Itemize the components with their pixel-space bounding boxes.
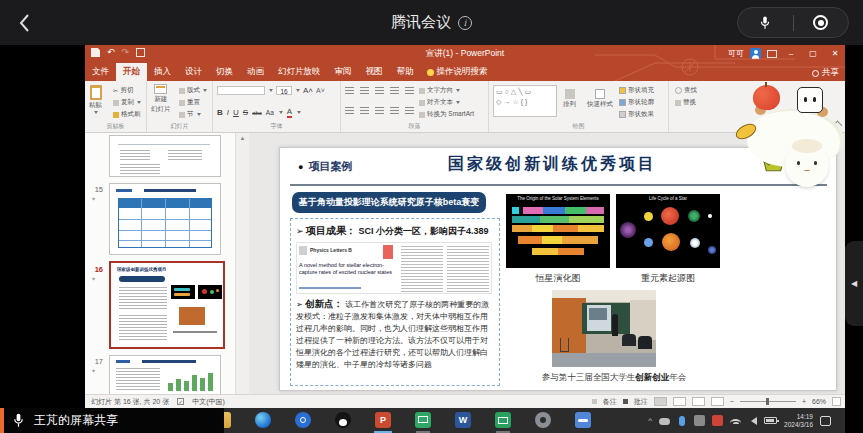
change-case-button[interactable]: Aa (266, 109, 274, 116)
tab-home[interactable]: 开始 (116, 63, 147, 81)
justify-icon[interactable] (390, 107, 399, 115)
shape-outline-button[interactable]: 形状轮廓 (619, 98, 654, 107)
word-icon[interactable]: W (455, 412, 471, 428)
thumbnail-slide-14[interactable] (109, 135, 221, 177)
shapes-gallery[interactable]: ▭○△╲▭ ◇→☆{} (493, 85, 557, 117)
align-left-icon[interactable] (345, 107, 354, 115)
side-panel-handle[interactable]: ◀ (845, 241, 863, 326)
quick-styles-button[interactable]: 快速样式 (587, 89, 613, 109)
comments-icon[interactable] (623, 399, 628, 404)
tell-me-search[interactable]: 操作说明搜索 (421, 63, 494, 81)
format-painter-button[interactable]: 格式刷 (113, 110, 141, 119)
blue-app-icon[interactable] (575, 412, 591, 428)
slide-sorter-view-button[interactable] (673, 397, 686, 406)
language-status[interactable]: 中文(中国) (192, 397, 225, 407)
notes-icon[interactable] (592, 399, 597, 404)
shape-effects-button[interactable]: 形状效果 (619, 110, 654, 119)
account-name[interactable]: 可可 (728, 48, 744, 59)
strikethrough-button[interactable]: S (243, 108, 248, 117)
tab-insert[interactable]: 插入 (147, 63, 178, 81)
powerpoint-taskbar-icon[interactable]: P (375, 412, 391, 428)
section-button[interactable]: 节 (179, 110, 201, 119)
slideshow-view-button[interactable] (711, 397, 724, 406)
font-size-box[interactable]: 16 (276, 86, 292, 95)
numbering-icon[interactable] (360, 87, 369, 95)
microphone-button[interactable] (738, 8, 793, 37)
spellcheck-icon[interactable]: ✓ (177, 398, 184, 405)
slide-16[interactable]: ● 项目案例 国家级创新训练优秀项目 基于角动量投影理论系统研究原子核beta衰… (279, 147, 837, 391)
text-direction-button[interactable]: 文字方向 (419, 86, 460, 95)
increase-indent-icon[interactable] (390, 87, 399, 95)
underline-button[interactable]: U (233, 108, 239, 117)
avatar[interactable] (750, 48, 761, 59)
share-button[interactable]: 共享 (812, 67, 839, 79)
comments-toggle[interactable]: 批注 (634, 397, 648, 407)
find-button[interactable]: 查找 (675, 86, 697, 95)
tray-microphone-icon[interactable] (679, 416, 685, 426)
zoom-out-button[interactable]: − (730, 398, 734, 405)
tab-review[interactable]: 审阅 (328, 63, 359, 81)
volume-icon[interactable] (751, 417, 757, 425)
thumbnail-slide-16-selected[interactable]: 国家级创新训练优秀项目 (109, 261, 225, 349)
thumbnail-slide-15[interactable] (109, 183, 221, 255)
tray-red-app-icon[interactable] (712, 415, 723, 426)
new-slide-button[interactable]: 新建幻灯片 (151, 84, 171, 114)
clear-format-button[interactable]: abc (252, 110, 262, 116)
clock-app-icon[interactable] (295, 412, 311, 428)
normal-view-button[interactable] (654, 397, 667, 406)
replace-button[interactable]: 替换 (675, 98, 696, 107)
ribbon-display-options-icon[interactable] (767, 50, 777, 58)
tab-animations[interactable]: 动画 (240, 63, 271, 81)
align-right-icon[interactable] (375, 107, 384, 115)
align-center-icon[interactable] (360, 107, 369, 115)
shape-fill-button[interactable]: 形状填充 (619, 86, 654, 95)
mail-icon[interactable] (495, 412, 511, 428)
tab-help[interactable]: 帮助 (390, 63, 421, 81)
layout-button[interactable]: 版式 (179, 86, 207, 95)
close-button[interactable]: ✕ (827, 49, 843, 58)
minimize-button[interactable]: – (783, 49, 799, 58)
zoom-in-button[interactable]: + (802, 398, 806, 405)
zoom-level[interactable]: 66% (812, 398, 826, 405)
scroll-up-icon[interactable]: ▲ (236, 135, 249, 141)
wifi-icon[interactable] (730, 419, 741, 427)
notes-toggle[interactable]: 备注 (603, 397, 617, 407)
tray-app-icon[interactable] (694, 415, 705, 426)
paste-button[interactable]: 粘贴 (89, 85, 102, 114)
tab-design[interactable]: 设计 (178, 63, 209, 81)
bullets-icon[interactable] (345, 87, 354, 95)
italic-button[interactable]: I (227, 108, 229, 117)
restore-button[interactable]: ▢ (805, 49, 821, 58)
cloud-icon[interactable] (659, 418, 670, 425)
thumbnail-scrollbar[interactable]: ▲ (235, 133, 249, 394)
info-icon[interactable]: i (458, 16, 472, 30)
tab-slideshow[interactable]: 幻灯片放映 (271, 63, 328, 81)
reset-button[interactable]: 重置 (179, 98, 200, 107)
reading-view-button[interactable] (692, 397, 705, 406)
screen-share-app-icon[interactable] (415, 412, 431, 428)
tray-expand-icon[interactable]: ^ (648, 416, 652, 425)
notification-center-icon[interactable] (820, 416, 831, 426)
thumbnail-slide-17[interactable] (109, 355, 221, 394)
bold-button[interactable]: B (217, 108, 223, 117)
smartart-button[interactable]: 转换为 SmartArt (419, 110, 474, 119)
tray-clock[interactable]: 14:19 2024/3/16 (784, 413, 813, 429)
battery-icon[interactable] (764, 417, 777, 424)
grow-font-icon[interactable]: A˄ (303, 86, 313, 95)
align-text-button[interactable]: 对齐文本 (419, 98, 460, 107)
tab-file[interactable]: 文件 (85, 63, 116, 81)
columns-icon[interactable] (405, 107, 414, 115)
fit-to-window-icon[interactable] (832, 397, 841, 406)
collapse-ribbon-icon[interactable] (833, 121, 843, 131)
font-color-button[interactable]: A (287, 107, 292, 118)
tab-view[interactable]: 视图 (359, 63, 390, 81)
cut-button[interactable]: ✂剪切 (113, 86, 133, 95)
copy-button[interactable]: 复制 (113, 98, 141, 107)
qq-icon[interactable] (335, 412, 351, 428)
line-spacing-icon[interactable] (405, 87, 414, 95)
record-button[interactable] (794, 8, 849, 37)
edge-browser-icon[interactable] (255, 412, 271, 428)
tab-transitions[interactable]: 切换 (209, 63, 240, 81)
shrink-font-icon[interactable]: A˅ (316, 87, 325, 94)
arrange-button[interactable]: 排列 (563, 89, 576, 109)
